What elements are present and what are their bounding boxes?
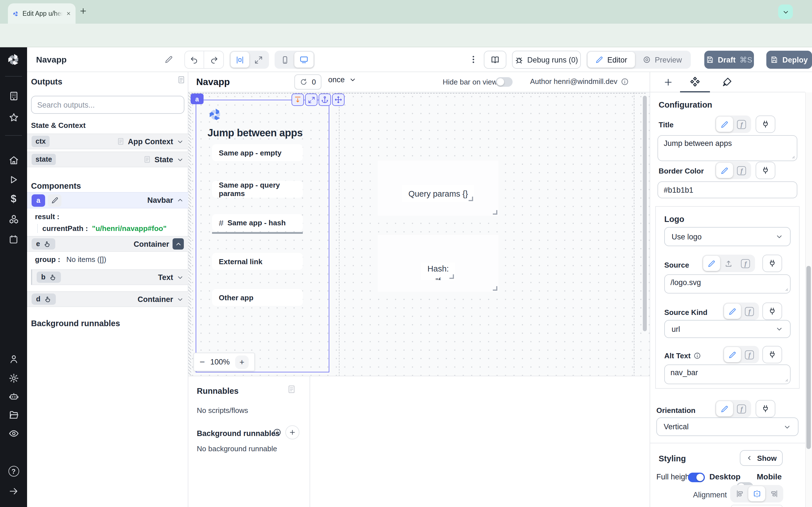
align-right-button[interactable]	[765, 486, 782, 501]
add-background-runnable-button[interactable]	[285, 425, 299, 439]
expand-tool[interactable]	[305, 94, 317, 106]
title-connect-button[interactable]	[756, 115, 775, 133]
resize-corner[interactable]	[449, 274, 454, 279]
static-mode-button[interactable]	[716, 163, 733, 178]
undo-button[interactable]	[185, 51, 204, 68]
align-left-button[interactable]	[731, 486, 748, 501]
sidebar-item-variables[interactable]: $	[0, 193, 27, 205]
chevron-down-icon[interactable]	[176, 295, 184, 303]
window-chevron-button[interactable]	[778, 4, 793, 19]
component-row-container-d[interactable]: d Container	[27, 291, 188, 307]
debug-runs-button[interactable]: Debug runs (0)	[512, 51, 581, 69]
resize-corner[interactable]	[493, 286, 497, 291]
resize-handle-icon[interactable]	[790, 154, 795, 159]
hash-container[interactable]: Hash: "f	[378, 235, 499, 292]
static-mode-button[interactable]	[716, 117, 733, 132]
tab-component-settings[interactable]	[689, 76, 701, 90]
resize-corner[interactable]	[493, 210, 497, 215]
source-input[interactable]: /logo.svg	[664, 274, 791, 293]
source-kind-select[interactable]: url	[664, 320, 791, 338]
mobile-view-button[interactable]	[276, 52, 294, 68]
tab-styling[interactable]	[722, 76, 732, 90]
runnables-doc-icon[interactable]	[287, 385, 296, 396]
chevron-down-icon[interactable]	[176, 156, 184, 163]
upload-mode-button[interactable]	[720, 256, 737, 271]
orientation-connect-button[interactable]	[756, 400, 775, 417]
js-mode-button[interactable]: ƒ	[737, 256, 754, 271]
js-mode-button[interactable]: ƒ	[733, 401, 750, 416]
full-width-button[interactable]	[249, 52, 268, 68]
source-connect-button[interactable]	[762, 255, 782, 272]
draft-button[interactable]: Draft ⌘S	[704, 51, 754, 69]
zoom-in-button[interactable]: +	[235, 355, 249, 369]
sidebar-item-runs[interactable]	[0, 175, 27, 185]
deploy-button[interactable]: Deploy	[766, 51, 812, 69]
hash-text-component[interactable]: Hash: "f	[421, 263, 455, 280]
resize-handle-icon[interactable]	[783, 377, 788, 382]
logo-select[interactable]: Use logo	[664, 227, 791, 246]
docs-button[interactable]	[484, 51, 506, 69]
resize-corner[interactable]	[469, 196, 473, 201]
sidebar-item-workers[interactable]	[0, 392, 27, 402]
border-color-connect-button[interactable]	[756, 162, 775, 179]
component-row-navbar[interactable]: a Navbar	[27, 192, 188, 209]
sidebar-item-schedules[interactable]	[0, 234, 27, 244]
outputs-doc-icon[interactable]	[177, 75, 186, 86]
query-params-text-component[interactable]: Query params {}	[402, 185, 474, 202]
sidebar-item-settings[interactable]	[0, 373, 27, 384]
source-kind-connect-button[interactable]	[762, 302, 782, 320]
move-tool[interactable]	[332, 94, 345, 106]
app-canvas[interactable]: Jump between apps Same app - empty Same …	[188, 93, 650, 376]
border-color-input[interactable]	[658, 181, 797, 198]
align-center-button[interactable]	[748, 486, 765, 501]
canvas-scrollbar[interactable]	[643, 96, 647, 331]
component-id-badge[interactable]: a	[191, 94, 204, 104]
title-input[interactable]: Jump between apps	[658, 135, 797, 161]
sidebar-item-audit-logs[interactable]	[0, 428, 27, 439]
orientation-select[interactable]: Vertical	[656, 417, 799, 436]
js-mode-button[interactable]: ƒ	[733, 163, 750, 178]
sidebar-item-help[interactable]: ?	[0, 466, 27, 476]
refresh-count-button[interactable]: 0	[294, 74, 321, 90]
resize-handle-icon[interactable]	[783, 286, 788, 291]
settings-scrollbar[interactable]	[806, 266, 811, 449]
centered-layout-button[interactable]	[231, 52, 249, 68]
sidebar-item-users[interactable]	[0, 354, 27, 364]
static-mode-button[interactable]	[716, 401, 733, 416]
hide-bar-toggle[interactable]	[496, 77, 513, 87]
info-icon[interactable]	[621, 77, 629, 86]
output-row-state[interactable]: state State	[27, 152, 188, 167]
refresh-mode-select[interactable]: once	[328, 75, 357, 84]
alt-text-connect-button[interactable]	[762, 346, 782, 363]
output-row-ctx[interactable]: ctx App Context	[27, 133, 188, 149]
static-mode-button[interactable]	[724, 304, 741, 319]
selected-navbar-component[interactable]: Jump between apps Same app - empty Same …	[196, 100, 329, 372]
desktop-toggle[interactable]	[688, 473, 705, 482]
static-mode-button[interactable]	[703, 256, 720, 271]
sidebar-item-resources[interactable]	[0, 214, 27, 225]
sidebar-item-workspace[interactable]	[0, 91, 27, 101]
js-mode-button[interactable]: ƒ	[733, 117, 750, 132]
chevron-down-icon[interactable]	[176, 138, 184, 145]
tab-insert-component[interactable]	[663, 77, 673, 90]
browser-tab[interactable]: Edit App u/henri/navapp | Win	[8, 3, 75, 24]
navbar-link-external[interactable]: External link	[212, 253, 303, 270]
component-row-text-b[interactable]: b Text	[31, 269, 188, 285]
query-params-container[interactable]: Query params {}	[378, 161, 499, 216]
sidebar-collapse-button[interactable]	[0, 486, 27, 496]
sidebar-item-home[interactable]	[0, 155, 27, 166]
info-icon[interactable]	[693, 352, 701, 359]
desktop-view-button[interactable]	[294, 52, 313, 68]
anchor-tool[interactable]	[319, 94, 331, 106]
js-mode-button[interactable]: ƒ	[741, 304, 758, 319]
tab-editor[interactable]: Editor	[588, 52, 635, 68]
more-options-kebab-icon[interactable]	[469, 55, 478, 66]
expand-down-tool[interactable]	[292, 94, 304, 106]
windmill-logo-icon[interactable]	[0, 52, 27, 67]
navbar-link-other-app[interactable]: Other app	[212, 289, 303, 306]
alt-text-input[interactable]: nav_bar	[664, 364, 791, 384]
component-row-container-e[interactable]: e Container	[27, 236, 188, 252]
tab-close-icon[interactable]	[66, 11, 71, 16]
new-tab-button[interactable]	[79, 7, 87, 17]
tab-preview[interactable]: Preview	[635, 52, 690, 68]
